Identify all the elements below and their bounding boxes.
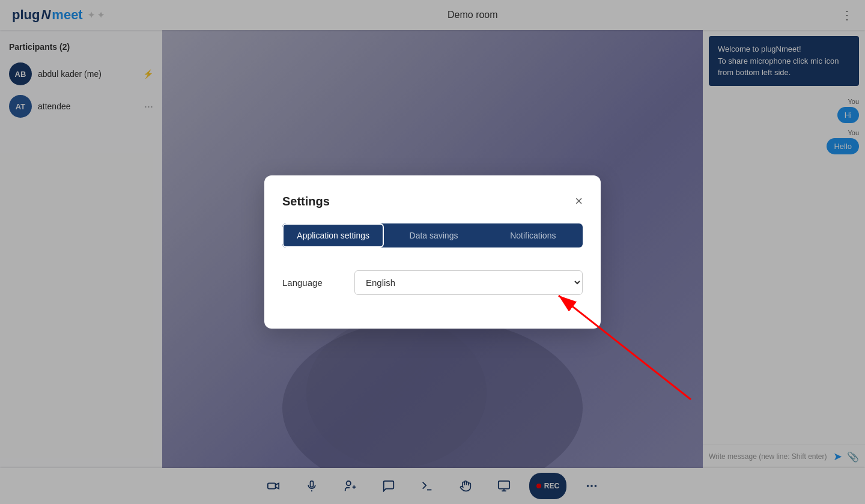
modal-title: Settings <box>282 195 330 208</box>
modal-close-button[interactable]: × <box>575 193 583 209</box>
language-row: Language English Spanish French German A… <box>282 270 583 295</box>
modal-body: Language English Spanish French German A… <box>282 264 583 311</box>
language-select[interactable]: English Spanish French German Arabic <box>354 270 583 295</box>
language-label: Language <box>282 278 342 288</box>
settings-modal: Settings × Application settings Data sav… <box>264 175 601 329</box>
tab-application-settings[interactable]: Application settings <box>282 223 384 247</box>
modal-overlay[interactable]: Settings × Application settings Data sav… <box>0 0 865 504</box>
modal-header: Settings × <box>282 193 583 209</box>
modal-tabs: Application settings Data savings Notifi… <box>282 223 583 247</box>
tab-notifications[interactable]: Notifications <box>484 223 583 247</box>
tab-data-savings[interactable]: Data savings <box>384 223 483 247</box>
